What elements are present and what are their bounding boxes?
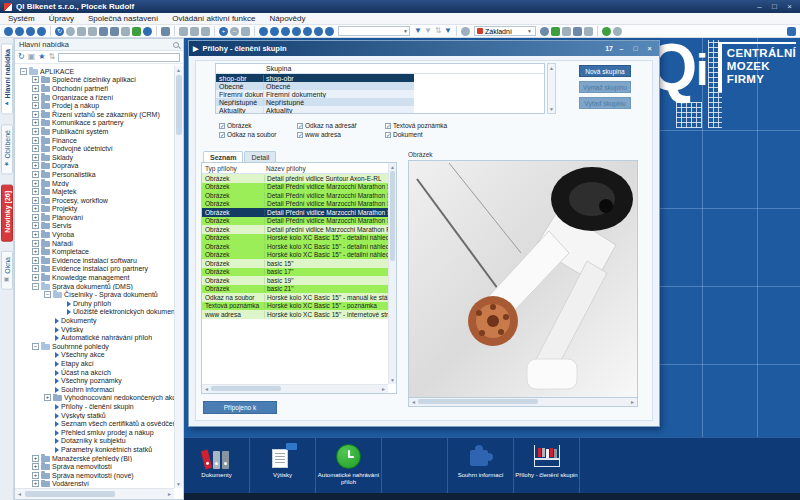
binoculars-icon[interactable] xyxy=(99,27,108,36)
tree-expander-icon[interactable] xyxy=(44,386,51,393)
list-horizontal-scrollbar[interactable] xyxy=(202,384,388,393)
separator[interactable] xyxy=(597,26,598,36)
tree-item[interactable]: Etapy akcí xyxy=(15,359,174,368)
attachment-row[interactable]: Obrázek basic 15" xyxy=(202,259,388,268)
attachment-row[interactable]: Obrázek basic 21" xyxy=(202,285,388,294)
attachment-row[interactable]: Obrázek Detail Přední vidlice Marzocchi … xyxy=(202,191,388,200)
settings-icon[interactable] xyxy=(461,27,470,36)
tree-expander-icon[interactable] xyxy=(32,480,39,487)
menu-item[interactable]: Nápovědy xyxy=(269,14,305,23)
tree-expander-icon[interactable] xyxy=(32,274,39,281)
tree-expander-icon[interactable] xyxy=(32,188,39,195)
tree-item[interactable]: APLIKACE xyxy=(15,67,174,76)
tree-expander-icon[interactable] xyxy=(32,162,39,169)
tree-expander-icon[interactable] xyxy=(32,240,39,247)
tree-expander-icon[interactable] xyxy=(32,214,39,221)
attachment-icon[interactable] xyxy=(562,27,571,36)
nav-refresh-icon[interactable]: ↻ xyxy=(18,53,25,61)
record-next-icon[interactable] xyxy=(281,27,290,36)
tree-expander-icon[interactable] xyxy=(32,222,39,229)
tree-item[interactable]: Souhrnné pohledy xyxy=(15,342,174,351)
tree-expander-icon[interactable] xyxy=(44,317,51,324)
tree-item[interactable]: Vyhodnocování nedokončených akcí xyxy=(15,394,174,403)
nav-sort-icon[interactable]: ⇅ xyxy=(48,53,55,61)
tree-expander-icon[interactable] xyxy=(32,231,39,238)
toolbar-search-input[interactable]: ▼ xyxy=(338,26,410,36)
minimize-button[interactable]: – xyxy=(753,2,766,12)
attachment-row[interactable]: Obrázek basic 19" xyxy=(202,276,388,285)
new-group-button[interactable]: Nová skupina xyxy=(579,65,631,77)
tree-expander-icon[interactable] xyxy=(32,180,39,187)
tab-detail[interactable]: Detail xyxy=(244,151,276,162)
gallery-icon[interactable] xyxy=(573,27,582,36)
group-row[interactable]: Obecné Obecné xyxy=(216,82,414,90)
tree-item[interactable]: Vodárenství xyxy=(15,480,174,489)
attachment-row[interactable]: Obrázek Horské kolo XC Basic 15" - detai… xyxy=(202,234,388,243)
tree-expander-icon[interactable] xyxy=(32,119,39,126)
tree-expander-icon[interactable] xyxy=(32,197,39,204)
task-empty-slot[interactable] xyxy=(382,438,448,493)
attachments-window-titlebar[interactable]: Přílohy - členění skupin 17 – □ × xyxy=(189,41,659,56)
tree-expander-icon[interactable] xyxy=(32,76,39,83)
tree-expander-icon[interactable] xyxy=(44,334,51,341)
ok-icon[interactable] xyxy=(602,27,611,36)
tree-vertical-scrollbar[interactable] xyxy=(174,66,183,488)
attachment-row[interactable]: Obrázek Detail Přední vidlice Marzocchi … xyxy=(202,200,388,209)
attachment-row[interactable]: Obrázek Detail Přední vidlice Marzocchi … xyxy=(202,208,388,217)
record-last-icon[interactable] xyxy=(292,27,301,36)
tree-item[interactable]: Knowledge management xyxy=(15,273,174,282)
tree-expander-icon[interactable] xyxy=(44,360,51,367)
tree-horizontal-scrollbar[interactable] xyxy=(15,488,174,499)
tree-item[interactable]: Výroba xyxy=(15,230,174,239)
refresh-icon[interactable]: ↻ xyxy=(55,27,64,36)
tree-item[interactable]: Mzdy xyxy=(15,179,174,188)
filter-edit-icon[interactable]: ▼ xyxy=(444,27,452,36)
tree-item[interactable]: Prodej a nákup xyxy=(15,101,174,110)
pin-icon[interactable] xyxy=(173,42,179,48)
qi-info-icon[interactable] xyxy=(37,27,46,36)
tree-item[interactable]: Výtisky xyxy=(15,325,174,334)
tree-item[interactable]: Druhy příloh xyxy=(15,299,174,308)
tree-item[interactable]: Parametry konkrétních statků xyxy=(15,445,174,454)
task-automaticke-nahravani-priloh[interactable]: Automatické nahrávání příloh xyxy=(316,438,382,493)
filter-checkbox[interactable]: Dokument xyxy=(385,130,477,139)
tree-item[interactable]: Sklady xyxy=(15,153,174,162)
filter-checkbox[interactable]: www adresa xyxy=(297,130,381,139)
dropdown-arrow-icon[interactable]: ▼ xyxy=(527,28,533,34)
tree-item[interactable]: Projekty xyxy=(15,205,174,214)
tree-item[interactable]: Úložiště elektronických dokumentů xyxy=(15,308,174,317)
group-row[interactable]: Firemní dokum Firemní dokumenty xyxy=(216,90,414,98)
tree-expander-icon[interactable] xyxy=(44,420,51,427)
picture-icon[interactable] xyxy=(551,27,560,36)
tree-expander-icon[interactable] xyxy=(56,300,63,307)
tree-item[interactable]: Správa dokumentů (DMS) xyxy=(15,282,174,291)
group-row[interactable]: Nepřístupné Nepřístupné xyxy=(216,98,414,106)
tab-seznam[interactable]: Seznam xyxy=(203,151,243,162)
tree-expander-icon[interactable] xyxy=(32,128,39,135)
tree-expander-icon[interactable] xyxy=(20,68,27,75)
tree-item[interactable]: Personalistika xyxy=(15,170,174,179)
tree-item[interactable]: Přílohy - členění skupin xyxy=(15,402,174,411)
groups-vertical-scrollbar[interactable] xyxy=(547,63,556,114)
filter-apply-icon[interactable]: ▼ xyxy=(414,27,422,36)
preview-horizontal-scrollbar[interactable] xyxy=(408,398,638,407)
tree-expander-icon[interactable] xyxy=(32,343,39,350)
tree-expander-icon[interactable] xyxy=(32,463,39,470)
scrollbar-thumb[interactable] xyxy=(418,399,538,404)
record-first-icon[interactable] xyxy=(259,27,268,36)
add-record-icon[interactable]: + xyxy=(219,27,228,36)
tree-item[interactable]: Servis xyxy=(15,222,174,231)
tree-item[interactable]: Plánování xyxy=(15,213,174,222)
separator[interactable] xyxy=(456,26,457,36)
tree-item[interactable]: Všechny poznámky xyxy=(15,376,174,385)
delete-group-button[interactable]: Vymaž skupinu xyxy=(579,81,631,93)
qi-news-icon[interactable] xyxy=(26,27,35,36)
tree-item[interactable]: Všechny akce xyxy=(15,351,174,360)
globe-alt-icon[interactable] xyxy=(540,27,549,36)
tree-expander-icon[interactable] xyxy=(32,111,39,118)
copy-icon[interactable] xyxy=(179,27,188,36)
tree-expander-icon[interactable] xyxy=(32,472,39,479)
separator[interactable] xyxy=(254,26,255,36)
cut-icon[interactable] xyxy=(190,27,199,36)
tree-item[interactable]: Obchodní partneři xyxy=(15,84,174,93)
